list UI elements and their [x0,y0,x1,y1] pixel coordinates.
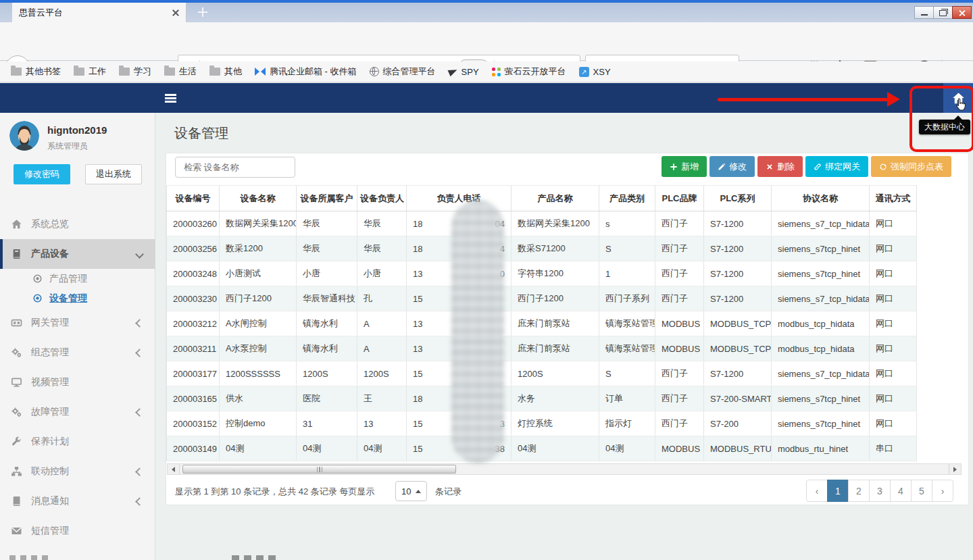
tab-title: 思普云平台 [19,7,172,19]
删除-button[interactable]: 删除 [757,156,803,177]
device-search-box[interactable] [175,157,295,178]
table-cell: 数采S71200 [512,236,599,261]
phone-left-fragment: 13 [413,344,422,354]
table-cell: S7-1200 [704,236,772,261]
avatar [9,121,39,151]
table-row[interactable]: 200003211A水泵控制镇海水利A13庶来门前泵站镇海泵站管理MODBUSM… [167,336,917,361]
column-header-PLC品牌[interactable]: PLC品牌 [655,186,704,211]
page-button-1[interactable]: 1 [827,480,849,502]
table-cell: 数采1200 [220,236,297,261]
column-header-设备负责人[interactable]: 设备负责人 [357,186,407,211]
table-cell: 200003177 [167,361,220,386]
column-header-产品类别[interactable]: 产品类别 [599,186,655,211]
minimize-button[interactable] [914,6,934,19]
绑定网关-button[interactable]: 绑定网关 [805,156,868,177]
新增-button[interactable]: 新增 [662,156,707,177]
page-button-‹[interactable]: ‹ [806,480,828,502]
sidebar-item-系统总览[interactable]: 系统总览 [0,209,155,239]
tab-close-icon[interactable] [172,9,179,16]
table-cell: siemens_s7tcp_hinet [772,411,870,436]
table-row[interactable]: 200003248小唐测试小唐小唐130字符串12001西门子S7-1200si… [167,261,917,286]
table-row[interactable]: 200003230西门子1200华辰智通科技孔15西门子1200西门子系列西门子… [167,286,917,311]
restore-button[interactable] [933,6,953,19]
column-header-设备名称[interactable]: 设备名称 [220,186,297,211]
browser-tab[interactable]: 思普云平台 [12,3,186,22]
sidebar-item-label: 故障管理 [31,406,69,418]
caret-up-icon [416,490,421,493]
bookmark-folder[interactable]: 其他 [209,66,242,78]
device-search-input[interactable] [182,161,288,173]
table-cell: 小唐 [297,261,357,286]
column-header-设备所属客户[interactable]: 设备所属客户 [297,186,357,211]
change-password-button[interactable]: 修改密码 [14,164,70,184]
table-row[interactable]: 200003152控制demo3113153灯控系统指示灯西门子S7-200si… [167,411,917,436]
envelope-icon [11,526,22,536]
page-button-4[interactable]: 4 [890,480,912,502]
page-button-›[interactable]: › [932,480,953,502]
bookmark-folder[interactable]: 生活 [164,66,197,78]
sidebar-collapse-icon[interactable] [165,94,176,103]
sidebar-item-消息通知[interactable]: 消息通知 [0,486,155,516]
sidebar-item-故障管理[interactable]: 故障管理 [0,397,155,427]
scrollbar-thumb[interactable] [182,465,456,474]
username: hignton2019 [47,124,107,136]
table-row[interactable]: 200003212A水闸控制镇海水利A13庶来门前泵站镇海泵站管理MODBUSM… [167,311,917,336]
table-row[interactable]: 2000031771200SSSSSS1200S1200S151200SS西门子… [167,361,917,386]
logout-button[interactable]: 退出系统 [85,164,142,184]
horizontal-scrollbar[interactable] [167,463,962,475]
column-header-PLC系列[interactable]: PLC系列 [704,186,772,211]
bookmark-item[interactable]: 综合管理平台 [370,66,436,78]
sidebar-subitem-设备管理[interactable]: 设备管理 [0,288,155,308]
bookmark-folder[interactable]: 其他书签 [11,66,61,78]
table-cell: 西门子系列 [599,286,655,311]
sidebar-item-保养计划[interactable]: 保养计划 [0,427,155,457]
sidebar-item-短信管理[interactable]: 短信管理 [0,516,155,546]
bookmark-folder[interactable]: 学习 [119,66,151,78]
phone-left-fragment: 18 [413,219,422,229]
scroll-right-icon[interactable] [949,464,961,474]
phone-left-fragment: 15 [413,294,422,304]
sidebar-item-组态管理[interactable]: 组态管理 [0,338,155,367]
bookmark-item[interactable]: SPY [449,67,479,77]
bookmark-item[interactable]: 萤石云开放平台 [492,66,566,78]
sidebar-subitem-产品管理[interactable]: 产品管理 [0,269,155,288]
close-button[interactable] [952,6,972,19]
table-cell: 1200SSSSSS [220,361,297,386]
table-cell: 华辰 [357,211,407,236]
page-size-select[interactable]: 10 [395,481,427,501]
table-cell: MODBUS_RTU [704,436,772,461]
bookmark-item[interactable]: 腾讯企业邮箱 - 收件箱 [255,66,357,78]
page-button-3[interactable]: 3 [869,480,891,502]
强制同步点表-button[interactable]: 强制同步点表 [871,156,951,177]
table-row[interactable]: 20000314904测04测04测153804测04测MODBUSMODBUS… [167,436,917,461]
scroll-left-icon[interactable] [168,464,180,474]
column-header-设备编号[interactable]: 设备编号 [167,186,220,211]
修改-button[interactable]: 修改 [709,156,755,177]
table-row[interactable]: 200003256数采1200华辰华辰184数采S71200S西门子S7-120… [167,236,917,261]
sidebar-item-视频管理[interactable]: 视频管理 [0,367,155,397]
sidebar-item-网关管理[interactable]: 网关管理 [0,308,155,338]
table-cell: 04测 [297,436,357,461]
sidebar-item-产品设备[interactable]: 产品设备 [0,239,155,269]
column-header-协议名称[interactable]: 协议名称 [772,186,870,211]
wrench-icon [11,436,22,447]
column-header-产品名称[interactable]: 产品名称 [512,186,599,211]
paper-plane-icon [447,67,458,76]
table-cell: 04测 [220,436,297,461]
table-row[interactable]: 200003165供水医院王18水务订单西门子S7-200-SMARTsieme… [167,386,917,411]
sidebar-item-联动控制[interactable]: 联动控制 [0,457,155,486]
bookmark-folder[interactable]: 工作 [74,66,106,78]
sidebar-item-label: 联动控制 [31,465,69,478]
table-cell: S7-1200 [704,261,772,286]
table-actions: 新增修改删除绑定网关强制同步点表 [662,156,951,177]
page-button-2[interactable]: 2 [848,480,870,502]
table-cell: 西门子1200 [512,286,599,311]
refresh-icon [879,163,887,171]
clipped-content [232,555,279,560]
table-cell: S [599,236,655,261]
new-tab-button[interactable] [195,5,211,20]
column-header-通讯方式[interactable]: 通讯方式 [870,186,917,211]
bookmark-item[interactable]: ↗XSY [579,67,611,77]
table-row[interactable]: 200003260数据网关采集1200华辰华辰1804数据网关采集1200s西门… [167,211,917,236]
page-button-5[interactable]: 5 [911,480,932,502]
